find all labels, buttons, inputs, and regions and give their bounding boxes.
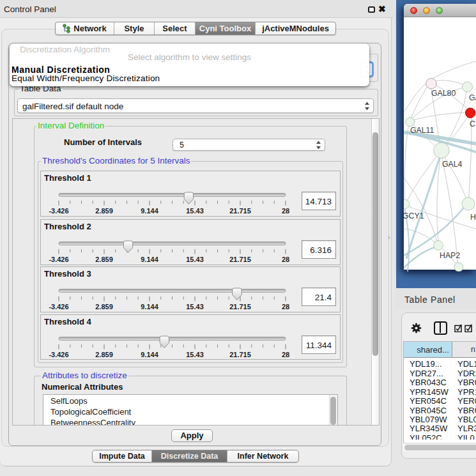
svg-text:15.43: 15.43 (186, 256, 204, 263)
svg-text:2.859: 2.859 (95, 207, 113, 215)
svg-text:9.144: 9.144 (141, 207, 158, 215)
svg-text:21.715: 21.715 (229, 207, 251, 215)
svg-text:9.144: 9.144 (141, 256, 158, 263)
svg-text:-3.426: -3.426 (49, 351, 68, 358)
svg-text:15.43: 15.43 (186, 303, 204, 311)
svg-text:C: C (470, 119, 475, 128)
svg-text:2.859: 2.859 (95, 256, 113, 263)
svg-text:-3.426: -3.426 (49, 207, 68, 215)
svg-text:GAL4: GAL4 (442, 160, 463, 169)
svg-text:15.43: 15.43 (186, 207, 204, 215)
svg-text:28: 28 (282, 256, 289, 263)
svg-text:21.715: 21.715 (229, 256, 251, 263)
svg-text:28: 28 (282, 303, 289, 311)
svg-text:21.715: 21.715 (229, 303, 251, 311)
svg-text:-3.426: -3.426 (49, 303, 68, 311)
svg-text:21.715: 21.715 (229, 351, 251, 358)
svg-text:GA: GA (469, 93, 476, 102)
svg-text:28: 28 (282, 351, 289, 358)
svg-text:15.43: 15.43 (186, 351, 204, 358)
svg-text:2.859: 2.859 (95, 351, 113, 358)
svg-text:GAL80: GAL80 (431, 89, 456, 98)
svg-text:28: 28 (282, 207, 289, 215)
svg-text:-3.426: -3.426 (49, 256, 68, 263)
svg-text:HAP2: HAP2 (440, 251, 460, 260)
svg-text:GCY1: GCY1 (404, 211, 424, 220)
svg-text:9.144: 9.144 (141, 303, 158, 311)
svg-text:H: H (470, 213, 476, 222)
svg-text:9.144: 9.144 (141, 351, 158, 358)
svg-text:2.859: 2.859 (95, 303, 113, 311)
svg-text:GAL11: GAL11 (410, 126, 434, 135)
